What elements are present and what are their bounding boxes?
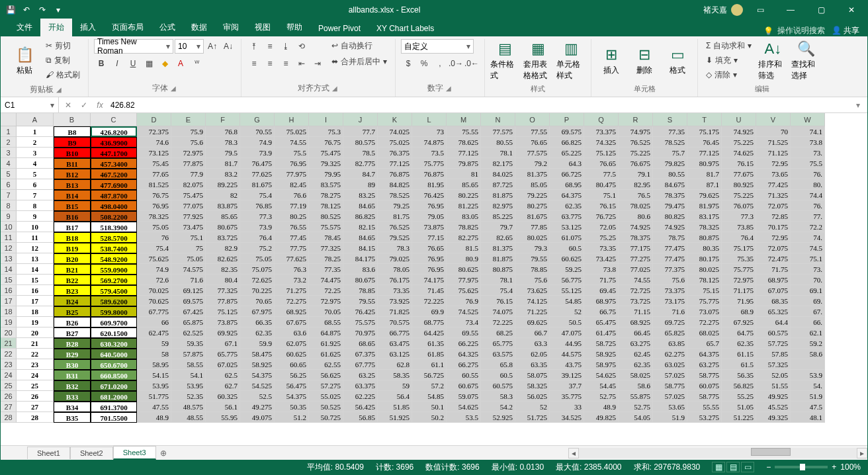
cell[interactable]: 75.175: [687, 126, 722, 137]
cell[interactable]: 75.1: [171, 232, 206, 243]
cell[interactable]: B27: [54, 327, 91, 338]
border-button[interactable]: ▦: [142, 56, 156, 71]
fill-button[interactable]: ⬇填充▾: [703, 54, 754, 67]
align-middle-button[interactable]: ≡: [263, 39, 277, 54]
cell[interactable]: 26: [17, 391, 54, 402]
cell[interactable]: 62.8: [378, 359, 412, 370]
cell[interactable]: 68.55: [309, 317, 343, 327]
sheet-tab-1[interactable]: Sheet1: [27, 447, 70, 459]
cell[interactable]: 76.: [791, 200, 825, 211]
cell[interactable]: 75.5: [275, 148, 309, 158]
zoom-level[interactable]: 100%: [840, 462, 861, 472]
row-header[interactable]: 28: [1, 412, 17, 423]
cell[interactable]: 538.7400: [91, 243, 137, 253]
cell[interactable]: 74.575: [171, 264, 206, 275]
cell-styles-button[interactable]: ▥单元格样式: [556, 39, 586, 83]
cell[interactable]: 70.05: [309, 306, 343, 317]
row-header[interactable]: 19: [1, 317, 17, 327]
cell[interactable]: 77.975: [447, 275, 481, 285]
cell[interactable]: 76.95: [412, 253, 447, 264]
cell[interactable]: 77.975: [275, 169, 309, 179]
cell[interactable]: 60.5: [481, 370, 515, 380]
cell[interactable]: 76.5: [619, 190, 653, 200]
cell[interactable]: 54.45: [584, 380, 619, 391]
cell[interactable]: 9: [17, 211, 54, 222]
align-right-button[interactable]: ≡: [279, 56, 293, 71]
cell[interactable]: 74.475: [309, 275, 343, 285]
cell[interactable]: 84.65: [343, 200, 378, 211]
column-header[interactable]: F: [206, 113, 240, 126]
cell[interactable]: 72.2: [791, 222, 825, 232]
cell[interactable]: 74.6: [137, 137, 171, 148]
cell[interactable]: 82.65: [481, 232, 515, 243]
cell[interactable]: 54.525: [240, 380, 275, 391]
cell[interactable]: 81.525: [137, 179, 171, 190]
worksheet-grid[interactable]: ABCDEFGHIJKLMNOPQRSTUVW11B8426.820072.37…: [1, 113, 867, 445]
cell[interactable]: 70.625: [137, 296, 171, 306]
cell[interactable]: 76.6: [275, 190, 309, 200]
cell[interactable]: 74.925: [619, 222, 653, 232]
copy-button[interactable]: ⧉复制: [43, 54, 83, 67]
column-header[interactable]: G: [240, 113, 275, 126]
cell[interactable]: 51.775: [137, 391, 171, 402]
cell[interactable]: B23: [54, 285, 91, 296]
cell[interactable]: 447.1700: [91, 148, 137, 158]
cell[interactable]: 78.125: [687, 275, 722, 285]
cell[interactable]: 436.9900: [91, 137, 137, 148]
cell[interactable]: 71.6: [653, 306, 687, 317]
normal-view-button[interactable]: ▦: [712, 462, 725, 472]
cell[interactable]: 66.275: [447, 359, 481, 370]
cell[interactable]: 78.3: [206, 137, 240, 148]
cell[interactable]: 49.325: [756, 412, 791, 423]
cell[interactable]: 37.7: [550, 380, 584, 391]
cell[interactable]: 74.975: [619, 126, 653, 137]
cell[interactable]: 70.: [791, 275, 825, 285]
cell[interactable]: 80.925: [722, 179, 756, 190]
cell[interactable]: 73.475: [171, 222, 206, 232]
cell[interactable]: 77.475: [653, 243, 687, 253]
cell[interactable]: 77.125: [447, 148, 481, 158]
cell[interactable]: 82.775: [343, 158, 378, 169]
cell[interactable]: 72.95: [756, 232, 791, 243]
cell[interactable]: 60.675: [447, 380, 481, 391]
column-header[interactable]: O: [515, 113, 550, 126]
cell[interactable]: 81.7: [206, 158, 240, 169]
tab-formulas[interactable]: 公式: [152, 19, 183, 36]
cancel-icon[interactable]: ✕: [63, 101, 73, 110]
number-format-select[interactable]: 自定义▾: [401, 39, 474, 54]
cell[interactable]: 56.25: [275, 370, 309, 380]
zoom-out-icon[interactable]: −: [766, 462, 771, 472]
cell[interactable]: 77.19: [275, 200, 309, 211]
cell[interactable]: 82.075: [171, 179, 206, 190]
cell[interactable]: 80.: [791, 179, 825, 190]
cell[interactable]: 79.7: [481, 222, 515, 232]
cell[interactable]: 78.525: [653, 137, 687, 148]
cell[interactable]: 76: [137, 232, 171, 243]
fill-color-button[interactable]: ◆: [157, 56, 172, 71]
cell[interactable]: 71.325: [756, 190, 791, 200]
cell[interactable]: 71.125: [756, 148, 791, 158]
cell[interactable]: 67.675: [275, 317, 309, 327]
cell[interactable]: 66: [137, 317, 171, 327]
cell[interactable]: 71.275: [275, 285, 309, 296]
cell[interactable]: 79.625: [687, 190, 722, 200]
cell[interactable]: 60.325: [206, 391, 240, 402]
cell[interactable]: 75.05: [240, 253, 275, 264]
cell[interactable]: 67.975: [240, 306, 275, 317]
cell[interactable]: 79.2: [515, 158, 550, 169]
cell[interactable]: 2: [17, 137, 54, 148]
cell[interactable]: 52: [550, 306, 584, 317]
cell[interactable]: 66.: [791, 317, 825, 327]
column-header[interactable]: U: [722, 113, 756, 126]
cell[interactable]: 75.3: [309, 126, 343, 137]
cell[interactable]: 69.125: [171, 285, 206, 296]
cell[interactable]: 72.475: [756, 253, 791, 264]
cell[interactable]: 82.175: [481, 158, 515, 169]
cell[interactable]: 73.8: [791, 137, 825, 148]
cell[interactable]: 81.5: [447, 243, 481, 253]
cell[interactable]: 22: [17, 349, 54, 359]
cell[interactable]: 69.575: [550, 126, 584, 137]
cell[interactable]: 79.05: [412, 211, 447, 222]
cell[interactable]: 68.775: [412, 317, 447, 327]
cell[interactable]: 73: [412, 126, 447, 137]
